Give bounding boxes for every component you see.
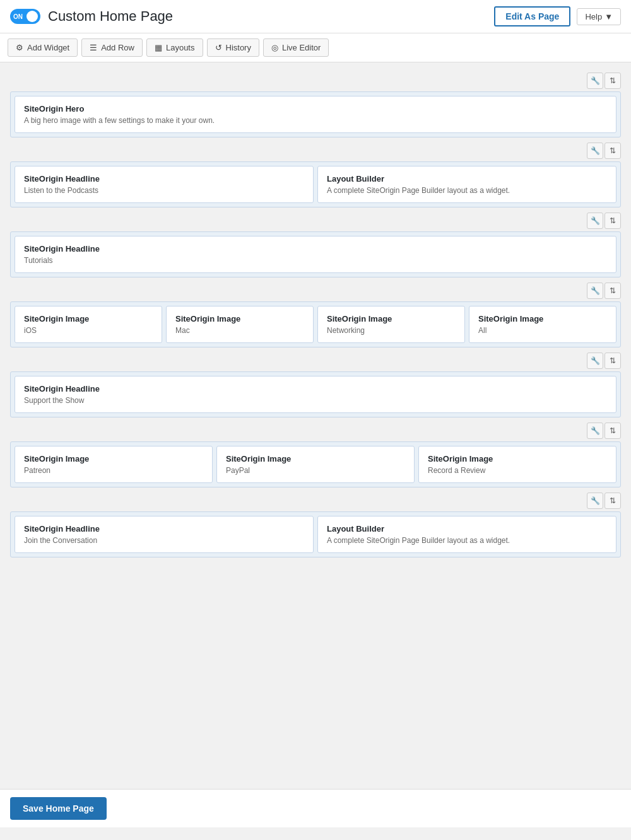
move-icon: ⇅ xyxy=(610,356,616,365)
widget-box-row4-2[interactable]: SiteOrigin ImageNetworking xyxy=(317,306,465,343)
widget-desc-row6-0: Patreon xyxy=(24,466,203,475)
widget-box-row7-0[interactable]: SiteOrigin HeadlineJoin the Conversation xyxy=(15,516,314,553)
help-button[interactable]: Help ▼ xyxy=(577,8,621,25)
widget-box-row1-0[interactable]: SiteOrigin HeroA big hero image with a f… xyxy=(15,96,616,133)
move-icon: ⇅ xyxy=(610,286,616,295)
row-edit-button-row5[interactable]: 🔧 xyxy=(587,353,603,369)
move-icon: ⇅ xyxy=(610,426,616,435)
row-move-button-row7[interactable]: ⇅ xyxy=(604,493,621,509)
row-edit-button-row3[interactable]: 🔧 xyxy=(587,213,603,229)
widget-title-row3-0: SiteOrigin Headline xyxy=(24,244,607,254)
move-icon: ⇅ xyxy=(610,76,616,85)
content-area: 🔧⇅SiteOrigin HeroA big hero image with a… xyxy=(0,62,631,789)
widget-title-row1-0: SiteOrigin Hero xyxy=(24,104,607,114)
widget-desc-row1-0: A big hero image with a few settings to … xyxy=(24,116,607,125)
widget-box-row4-0[interactable]: SiteOrigin ImageiOS xyxy=(15,306,162,343)
widget-row-row5: SiteOrigin HeadlineSupport the Show xyxy=(10,371,621,417)
move-icon: ⇅ xyxy=(610,146,616,155)
page-title: Custom Home Page xyxy=(48,8,173,25)
widget-desc-row6-2: Record a Review xyxy=(428,466,607,475)
wrench-icon: 🔧 xyxy=(591,286,600,295)
widget-row-row1: SiteOrigin HeroA big hero image with a f… xyxy=(10,91,621,137)
widget-box-row6-0[interactable]: SiteOrigin ImagePatreon xyxy=(15,446,213,483)
wrench-icon: 🔧 xyxy=(591,426,600,435)
row-section-row5: 🔧⇅SiteOrigin HeadlineSupport the Show xyxy=(10,353,621,417)
widget-title-row4-0: SiteOrigin Image xyxy=(24,314,153,324)
row-move-button-row6[interactable]: ⇅ xyxy=(604,423,621,439)
history-label: History xyxy=(226,43,251,52)
on-off-toggle[interactable]: ON xyxy=(10,9,40,24)
save-button[interactable]: Save Home Page xyxy=(10,797,107,820)
widget-desc-row7-0: Join the Conversation xyxy=(24,536,304,545)
row-actions-row7: 🔧⇅ xyxy=(10,493,621,509)
top-bar: ON Custom Home Page Edit As Page Help ▼ xyxy=(0,0,631,33)
row-move-button-row2[interactable]: ⇅ xyxy=(604,143,621,159)
row-move-button-row1[interactable]: ⇅ xyxy=(604,73,621,89)
widget-box-row3-0[interactable]: SiteOrigin HeadlineTutorials xyxy=(15,236,616,273)
widget-box-row4-1[interactable]: SiteOrigin ImageMac xyxy=(166,306,314,343)
wrench-icon: 🔧 xyxy=(591,146,600,155)
widget-box-row4-3[interactable]: SiteOrigin ImageAll xyxy=(469,306,616,343)
row-edit-button-row6[interactable]: 🔧 xyxy=(587,423,603,439)
widget-title-row6-2: SiteOrigin Image xyxy=(428,454,607,464)
widget-title-row6-1: SiteOrigin Image xyxy=(226,454,405,464)
top-bar-left: ON Custom Home Page xyxy=(10,8,173,25)
row-actions-row2: 🔧⇅ xyxy=(10,143,621,159)
widget-title-row4-1: SiteOrigin Image xyxy=(175,314,304,324)
layout-icon: ▦ xyxy=(155,43,162,52)
wrench-icon: 🔧 xyxy=(591,356,600,365)
row-edit-button-row4[interactable]: 🔧 xyxy=(587,283,603,299)
add-widget-label: Add Widget xyxy=(27,43,69,52)
widget-row-row2: SiteOrigin HeadlineListen to the Podcast… xyxy=(10,161,621,207)
widget-desc-row4-2: Networking xyxy=(327,326,456,335)
widget-box-row6-1[interactable]: SiteOrigin ImagePayPal xyxy=(216,446,415,483)
widget-desc-row2-1: A complete SiteOrigin Page Builder layou… xyxy=(327,186,607,195)
row-move-button-row3[interactable]: ⇅ xyxy=(604,213,621,229)
history-button[interactable]: ↺ History xyxy=(207,38,259,57)
row-section-row6: 🔧⇅SiteOrigin ImagePatreonSiteOrigin Imag… xyxy=(10,423,621,487)
live-editor-icon: ◎ xyxy=(271,43,278,52)
toggle-switch[interactable]: ON xyxy=(10,9,40,24)
row-edit-button-row2[interactable]: 🔧 xyxy=(587,143,603,159)
toolbar: ⚙ Add Widget ☰ Add Row ▦ Layouts ↺ Histo… xyxy=(0,33,631,62)
edit-as-page-button[interactable]: Edit As Page xyxy=(494,6,570,26)
layouts-button[interactable]: ▦ Layouts xyxy=(146,38,203,57)
widget-title-row6-0: SiteOrigin Image xyxy=(24,454,203,464)
widget-title-row4-3: SiteOrigin Image xyxy=(478,314,607,324)
live-editor-button[interactable]: ◎ Live Editor xyxy=(263,38,329,57)
gear-icon: ⚙ xyxy=(16,43,23,52)
widget-box-row5-0[interactable]: SiteOrigin HeadlineSupport the Show xyxy=(15,376,616,413)
widget-desc-row2-0: Listen to the Podcasts xyxy=(24,186,304,195)
widget-row-row7: SiteOrigin HeadlineJoin the Conversation… xyxy=(10,511,621,557)
widget-box-row7-1[interactable]: Layout BuilderA complete SiteOrigin Page… xyxy=(317,516,616,553)
row-section-row4: 🔧⇅SiteOrigin ImageiOSSiteOrigin ImageMac… xyxy=(10,283,621,347)
add-row-button[interactable]: ☰ Add Row xyxy=(81,38,143,57)
row-actions-row5: 🔧⇅ xyxy=(10,353,621,369)
toggle-knob xyxy=(27,11,38,22)
widget-title-row7-1: Layout Builder xyxy=(327,524,607,534)
row-section-row2: 🔧⇅SiteOrigin HeadlineListen to the Podca… xyxy=(10,143,621,207)
widget-row-row6: SiteOrigin ImagePatreonSiteOrigin ImageP… xyxy=(10,441,621,487)
row-actions-row1: 🔧⇅ xyxy=(10,73,621,89)
history-icon: ↺ xyxy=(215,43,222,52)
row-section-row7: 🔧⇅SiteOrigin HeadlineJoin the Conversati… xyxy=(10,493,621,557)
live-editor-label: Live Editor xyxy=(282,43,321,52)
add-widget-button[interactable]: ⚙ Add Widget xyxy=(8,38,78,57)
widget-title-row4-2: SiteOrigin Image xyxy=(327,314,456,324)
bottom-bar: Save Home Page xyxy=(0,789,631,827)
row-move-button-row5[interactable]: ⇅ xyxy=(604,353,621,369)
row-edit-button-row1[interactable]: 🔧 xyxy=(587,73,603,89)
widget-box-row2-1[interactable]: Layout BuilderA complete SiteOrigin Page… xyxy=(317,166,616,203)
row-edit-button-row7[interactable]: 🔧 xyxy=(587,493,603,509)
chevron-down-icon: ▼ xyxy=(604,12,613,21)
rows-icon: ☰ xyxy=(90,43,97,52)
widget-row-row3: SiteOrigin HeadlineTutorials xyxy=(10,231,621,277)
wrench-icon: 🔧 xyxy=(591,216,600,225)
widget-title-row2-0: SiteOrigin Headline xyxy=(24,174,304,184)
wrench-icon: 🔧 xyxy=(591,76,600,85)
widget-box-row2-0[interactable]: SiteOrigin HeadlineListen to the Podcast… xyxy=(15,166,314,203)
widget-box-row6-2[interactable]: SiteOrigin ImageRecord a Review xyxy=(418,446,616,483)
row-move-button-row4[interactable]: ⇅ xyxy=(604,283,621,299)
widget-desc-row6-1: PayPal xyxy=(226,466,405,475)
row-section-row3: 🔧⇅SiteOrigin HeadlineTutorials xyxy=(10,213,621,277)
